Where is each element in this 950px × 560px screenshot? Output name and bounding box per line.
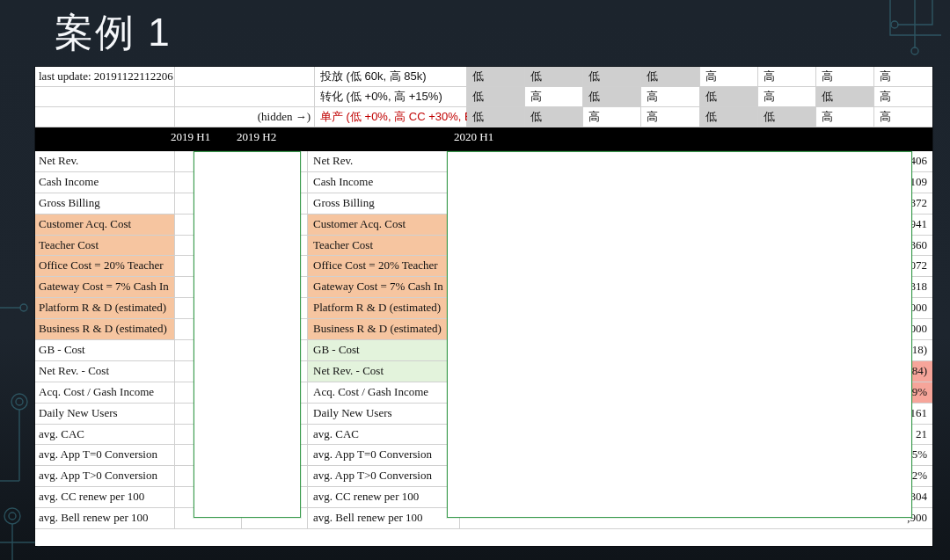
svg-point-3 xyxy=(11,394,27,410)
hdr2-c2: 低 xyxy=(583,87,641,106)
hdr2-c7: 高 xyxy=(874,87,932,106)
col-2019h2: 2019 H2 xyxy=(237,130,303,144)
row-label: avg. Bell renew per 100 xyxy=(35,508,175,528)
hdr-toufang-label: 投放 (低 60k, 高 85k) xyxy=(315,67,467,86)
hdr-danchan-label: 单产 (低 +0%, 高 CC +30%, Bell + 70%) xyxy=(315,107,467,127)
row-label-2: GB - Cost xyxy=(308,340,460,360)
svg-point-4 xyxy=(16,398,23,405)
row-label-2: Daily New Users xyxy=(308,404,460,424)
overlay-right xyxy=(447,151,912,518)
col-2019h1: 2019 H1 xyxy=(167,130,237,144)
row-label-2: Gross Billing xyxy=(308,193,460,214)
row-label: avg. App T>0 Conversion xyxy=(35,466,175,486)
hdr3-c2: 高 xyxy=(583,107,641,127)
hdr2-c3: 高 xyxy=(641,87,699,106)
hdr1-c7: 高 xyxy=(874,67,932,86)
hdr1-c2: 低 xyxy=(583,67,641,86)
row-label-2: Office Cost = 20% Teacher xyxy=(308,256,460,276)
hdr-row-2: 转化 (低 +0%, 高 +15%) 低 高 低 高 低 高 低 高 xyxy=(35,87,932,107)
row-label: Teacher Cost xyxy=(35,236,175,256)
row-label: Net Rev. - Cost xyxy=(35,361,175,382)
hdr3-c7: 高 xyxy=(874,107,932,127)
row-label-2: Platform R & D (estimated) xyxy=(308,298,460,318)
spreadsheet[interactable]: last update: 20191122112206 投放 (低 60k, 高… xyxy=(35,67,932,546)
row-label-2: Business R & D (estimated) xyxy=(308,319,460,339)
row-label-2: Gateway Cost = 7% Cash In xyxy=(308,277,460,297)
row-label: Cash Income xyxy=(35,172,175,193)
hdr2-c0: 低 xyxy=(467,87,525,106)
row-label: avg. CAC xyxy=(35,425,175,445)
hdr3-c6: 高 xyxy=(816,107,874,127)
row-label-2: Customer Acq. Cost xyxy=(308,215,460,235)
row-label-2: avg. App T>0 Conversion xyxy=(308,466,460,486)
hdr3-c3: 高 xyxy=(641,107,699,127)
last-update: last update: 20191122112206 xyxy=(35,67,175,86)
row-label-2: avg. CAC xyxy=(308,425,460,445)
row-label-2: Acq. Cost / Gash Income xyxy=(308,382,460,403)
row-label: Gross Billing xyxy=(35,193,175,214)
row-label: Daily New Users xyxy=(35,404,175,424)
col-2020h1: 2020 H1 xyxy=(449,130,932,144)
hdr1-c1: 低 xyxy=(525,67,583,86)
overlay-left xyxy=(194,151,301,518)
row-label: GB - Cost xyxy=(35,340,175,360)
row-label: Customer Acq. Cost xyxy=(35,215,175,235)
hdr1-c3: 低 xyxy=(641,67,699,86)
row-label: avg. App T=0 Conversion xyxy=(35,445,175,465)
hdr1-c0: 低 xyxy=(467,67,525,86)
hidden-marker: (hidden →) xyxy=(175,107,315,127)
row-label: Platform R & D (estimated) xyxy=(35,298,175,318)
row-label: Business R & D (estimated) xyxy=(35,319,175,339)
row-label-2: avg. Bell renew per 100 xyxy=(308,508,460,528)
row-label-2: Cash Income xyxy=(308,172,460,193)
row-label-2: Net Rev. - Cost xyxy=(308,361,460,382)
row-label: avg. CC renew per 100 xyxy=(35,487,175,507)
svg-point-2 xyxy=(20,304,27,311)
row-label-2: avg. App T=0 Conversion xyxy=(308,445,460,465)
row-label-2: Teacher Cost xyxy=(308,236,460,256)
row-label: Office Cost = 20% Teacher xyxy=(35,256,175,276)
svg-point-6 xyxy=(9,513,16,520)
hdr-row-3: (hidden →) 单产 (低 +0%, 高 CC +30%, Bell + … xyxy=(35,107,932,127)
hdr2-c5: 高 xyxy=(758,87,816,106)
hdr1-c5: 高 xyxy=(758,67,816,86)
row-label: Gateway Cost = 7% Cash In xyxy=(35,277,175,297)
row-label-2: avg. CC renew per 100 xyxy=(308,487,460,507)
row-label: Acq. Cost / Gash Income xyxy=(35,382,175,403)
hdr-pad xyxy=(175,67,315,86)
svg-point-5 xyxy=(4,508,20,524)
hdr1-c4: 高 xyxy=(700,67,758,86)
hdr3-c4: 低 xyxy=(700,107,758,127)
hdr2-c1: 高 xyxy=(525,87,583,106)
slide-title: 案例 1 xyxy=(55,7,172,59)
row-label: Net Rev. xyxy=(35,151,175,171)
body-grid: Net Rev. 52 Net Rev. ,406 Cash Income 60… xyxy=(35,151,932,529)
hdr-row-1: last update: 20191122112206 投放 (低 60k, 高… xyxy=(35,67,932,87)
hdr3-c5: 低 xyxy=(758,107,816,127)
row-label-2: Net Rev. xyxy=(308,151,460,171)
hdr1-c6: 高 xyxy=(816,67,874,86)
hdr-zhuanhua-label: 转化 (低 +0%, 高 +15%) xyxy=(315,87,467,106)
svg-point-1 xyxy=(891,21,898,28)
hdr2-c6: 低 xyxy=(816,87,874,106)
hdr3-c1: 低 xyxy=(525,107,583,127)
section-band: 2019 H1 2019 H2 2020 H1 xyxy=(35,127,932,147)
svg-point-0 xyxy=(911,47,918,55)
hdr3-c0: 低 xyxy=(467,107,525,127)
hdr2-c4: 低 xyxy=(700,87,758,106)
